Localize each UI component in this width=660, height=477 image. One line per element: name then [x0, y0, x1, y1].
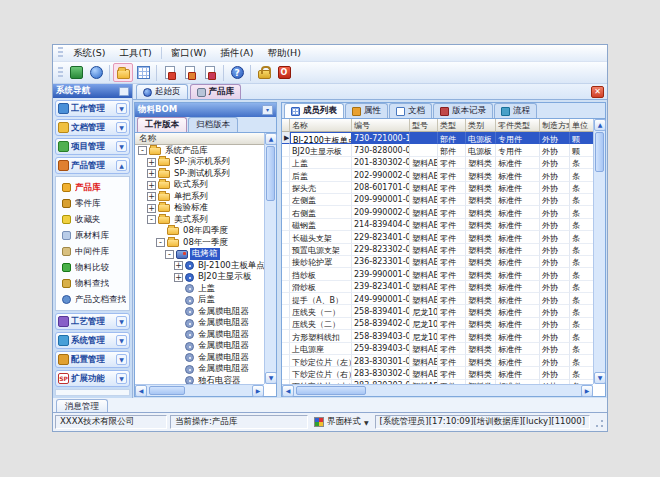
- tree-horizontal-scrollbar[interactable]: ◀ ▶: [135, 384, 264, 396]
- sidebar-item-4[interactable]: 中间件库: [62, 244, 129, 259]
- chevron-down-icon[interactable]: ▼: [116, 103, 127, 114]
- menu-item-1[interactable]: 工具(T): [112, 46, 158, 61]
- table-row[interactable]: BJ20主显示板730-828000-04E部件电源板专用件外协颗: [282, 144, 605, 156]
- chevron-down-icon[interactable]: ▼: [116, 354, 127, 365]
- tree-collapse-icon[interactable]: -: [147, 215, 156, 224]
- web-button[interactable]: [86, 63, 106, 82]
- scroll-right-icon[interactable]: ▶: [581, 385, 593, 397]
- tree-node-14[interactable]: 金属膜电阻器: [135, 306, 264, 318]
- tree-expand-icon[interactable]: +: [174, 273, 183, 282]
- chevron-up-icon[interactable]: ▲: [116, 160, 127, 171]
- tree-node-7[interactable]: 08年四季度: [135, 226, 264, 238]
- table-row[interactable]: 方形塑料线扣258-839403-00E尼龙1010零件塑料类标准件外协条: [282, 330, 605, 342]
- column-header-1[interactable]: 编号: [352, 119, 410, 132]
- resize-grip[interactable]: [593, 415, 605, 429]
- table-row[interactable]: 下纱定位片（右）283-830302-00E塑料ABS零件塑料类标准件外协条: [282, 367, 605, 379]
- doc-tab-0[interactable]: 起始页: [136, 84, 188, 99]
- tree-node-5[interactable]: +检验标准: [135, 203, 264, 215]
- sidebar-section-0[interactable]: 工作管理▼: [55, 100, 130, 117]
- tree-collapse-icon[interactable]: -: [165, 250, 174, 259]
- chevron-down-icon[interactable]: ▼: [116, 316, 127, 327]
- sidebar-item-5[interactable]: 物料比较: [62, 260, 129, 275]
- message-manager-tab[interactable]: 消息管理: [56, 399, 108, 412]
- sidebar-item-2[interactable]: 收藏夹: [62, 212, 129, 227]
- table-row[interactable]: 后盖202-990002-01E塑料ABS零件塑料类标准件外协条: [282, 169, 605, 181]
- member-tab-4[interactable]: 流程: [494, 103, 537, 118]
- member-tab-0[interactable]: 成员列表: [284, 103, 344, 118]
- table-row[interactable]: 下纱定位片（左）283-830301-00E塑料ABS零件塑料类标准件外协条: [282, 355, 605, 367]
- tree-expand-icon[interactable]: +: [147, 204, 156, 213]
- tree-node-16[interactable]: 金属膜电阻器: [135, 329, 264, 341]
- menu-grip-handle[interactable]: [58, 47, 63, 59]
- tree-expand-icon[interactable]: +: [147, 169, 156, 178]
- tree-node-4[interactable]: +单把系列: [135, 191, 264, 203]
- tree-node-9[interactable]: -电烤箱: [135, 249, 264, 261]
- table-row[interactable]: 右侧盖209-990002-01E塑料ABS零件塑料类标准件外协条: [282, 206, 605, 218]
- column-header-7[interactable]: 单位: [570, 119, 594, 132]
- column-header-6[interactable]: 制造方式: [540, 119, 570, 132]
- menu-item-3[interactable]: 插件(A): [213, 46, 260, 61]
- sidebar-section-2[interactable]: 项目管理▼: [55, 138, 130, 155]
- tree-node-19[interactable]: 金属膜电阻器: [135, 364, 264, 376]
- sidebar-section-5[interactable]: 系统管理▼: [55, 332, 130, 349]
- bom-tab-0[interactable]: 工作版本: [137, 117, 187, 132]
- member-tab-2[interactable]: 文档: [389, 103, 432, 118]
- tree-node-15[interactable]: 金属膜电阻器: [135, 318, 264, 330]
- tree-collapse-icon[interactable]: -: [156, 238, 165, 247]
- column-header-5[interactable]: 零件类型: [496, 119, 540, 132]
- tree-node-10[interactable]: +BJ-2100主板单点: [135, 260, 264, 272]
- toolbar-grip-handle[interactable]: [58, 67, 63, 79]
- tree-expand-icon[interactable]: +: [147, 192, 156, 201]
- tree-node-11[interactable]: +BJ20主显示板: [135, 272, 264, 284]
- scroll-up-icon[interactable]: ▲: [594, 119, 606, 131]
- sidebar-options-icon[interactable]: [119, 87, 129, 96]
- sidebar-item-0[interactable]: 产品库: [62, 180, 129, 195]
- member-tab-1[interactable]: 属性: [345, 103, 388, 118]
- column-header-0[interactable]: 名称: [290, 119, 352, 132]
- menu-item-2[interactable]: 窗口(W): [164, 46, 214, 61]
- workspace-button[interactable]: [66, 63, 86, 82]
- tree-node-6[interactable]: -美式系列: [135, 214, 264, 226]
- tree-scroll-thumb[interactable]: [266, 146, 275, 201]
- tree-node-20[interactable]: 独石电容器: [135, 375, 264, 384]
- tree-node-0[interactable]: -系统产品库: [135, 145, 264, 157]
- member-tab-3[interactable]: 版本记录: [433, 103, 493, 118]
- doc-import-button[interactable]: [180, 63, 200, 82]
- scroll-left-icon[interactable]: ◀: [282, 385, 294, 397]
- tree-node-13[interactable]: 后盖: [135, 295, 264, 307]
- table-row[interactable]: 压线夹（二）258-839402-00E尼龙1010零件塑料类标准件外协条: [282, 318, 605, 330]
- table-row[interactable]: 磁钢盖214-839404-01E塑料ABS零件塑料类标准件外协条: [282, 219, 605, 231]
- sidebar-item-7[interactable]: 产品文档查找: [62, 292, 129, 307]
- table-row[interactable]: 接纱轮护罩236-823301-00E塑料ABS零件塑料类标准件外协条: [282, 256, 605, 268]
- table-row[interactable]: 压线夹（一）258-839401-00E尼龙1010零件塑料类标准件外协条: [282, 305, 605, 317]
- tree-hscroll-thumb[interactable]: [149, 386, 185, 395]
- sidebar-section-7[interactable]: SP扩展功能▼: [55, 370, 130, 387]
- tree-node-8[interactable]: -08年一季度: [135, 237, 264, 249]
- table-row[interactable]: 提手（A、B）249-990001-01E塑料ABS零件塑料类标准件外协条: [282, 293, 605, 305]
- scroll-down-icon[interactable]: ▼: [594, 372, 606, 384]
- table-row[interactable]: 上电源座259-839403-00E塑料ABS零件塑料类标准件外协条: [282, 343, 605, 355]
- tree-node-18[interactable]: 金属膜电阻器: [135, 352, 264, 364]
- scroll-down-icon[interactable]: ▼: [265, 372, 277, 384]
- table-row[interactable]: 挡纱板239-990001-01E塑料ABS零件塑料类标准件外协条: [282, 268, 605, 280]
- tree-expand-icon[interactable]: +: [174, 261, 183, 270]
- table-row[interactable]: 左侧盖209-990001-01E塑料ABS零件塑料类标准件外协条: [282, 194, 605, 206]
- menu-item-4[interactable]: 帮助(H): [260, 46, 308, 61]
- open-library-button[interactable]: [113, 63, 133, 82]
- sidebar-section-1[interactable]: 文档管理▼: [55, 119, 130, 136]
- tree-node-12[interactable]: 上盖: [135, 283, 264, 295]
- menu-item-0[interactable]: 系统(S): [66, 46, 112, 61]
- doc-export-button[interactable]: [200, 63, 220, 82]
- tree-node-3[interactable]: +欧式系列: [135, 180, 264, 192]
- sidebar-section-6[interactable]: 配置管理▼: [55, 351, 130, 368]
- table-vertical-scrollbar[interactable]: ▲ ▼: [593, 119, 605, 384]
- sidebar-section-4[interactable]: 工艺管理▼: [55, 313, 130, 330]
- table-row[interactable]: 预置电源支架229-823302-00E塑料ABS零件塑料类标准件外协条: [282, 244, 605, 256]
- tree-node-1[interactable]: +SP-演示机系列: [135, 157, 264, 169]
- sidebar-item-3[interactable]: 原材料库: [62, 228, 129, 243]
- pin-icon[interactable]: ▾: [262, 105, 273, 115]
- scroll-left-icon[interactable]: ◀: [135, 385, 147, 397]
- table-row[interactable]: 上盖201-830302-00E塑料ABS零件塑料类标准件外协条: [282, 157, 605, 169]
- close-icon[interactable]: ✕: [591, 86, 604, 98]
- bom-tab-1[interactable]: 归档版本: [188, 117, 238, 132]
